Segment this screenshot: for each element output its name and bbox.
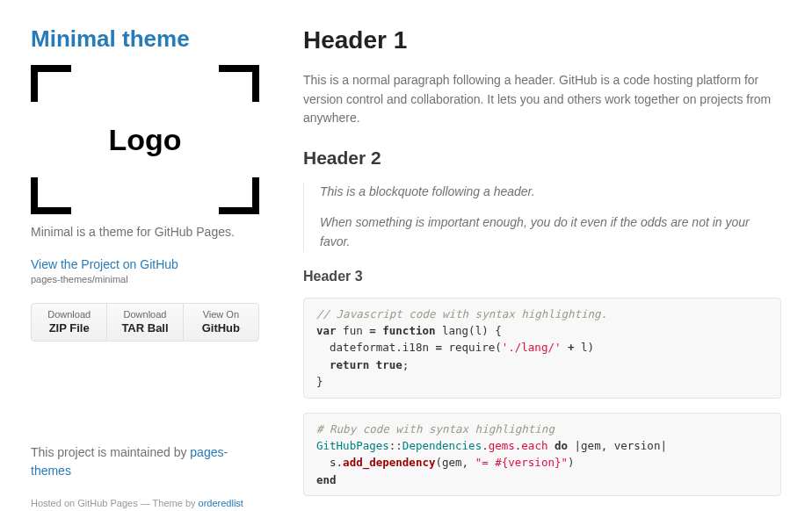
logo-corner-icon <box>31 65 71 102</box>
code-text: } <box>316 375 323 388</box>
code-text: :: <box>389 439 402 452</box>
code-text <box>316 358 330 371</box>
download-label-small: View On <box>203 309 239 320</box>
blockquote: This is a blockquote following a header.… <box>303 183 781 252</box>
code-text: lang(l) { <box>435 324 501 337</box>
code-keyword: var <box>316 324 337 337</box>
code-text: . <box>482 439 489 452</box>
sidebar: Minimal theme Logo Minimal is a theme fo… <box>31 22 286 510</box>
code-keyword: return <box>330 358 369 371</box>
header-3: Header 3 <box>303 266 781 287</box>
code-keyword: do <box>555 439 568 452</box>
site-title-link[interactable]: Minimal theme <box>31 25 190 52</box>
theme-author-link[interactable]: orderedlist <box>199 498 243 508</box>
header-1: Header 1 <box>303 22 781 59</box>
download-label-big: GitHub <box>187 321 255 335</box>
code-op: = <box>435 341 442 354</box>
code-string: "= #{version}" <box>475 456 568 469</box>
code-class: Dependencies <box>402 439 482 452</box>
blockquote-paragraph: This is a blockquote following a header. <box>320 183 781 202</box>
maintained-by: This project is maintained by pages-them… <box>31 443 250 480</box>
site-title: Minimal theme <box>31 22 250 56</box>
code-block-ruby: # Ruby code with syntax highlighting Git… <box>303 413 781 497</box>
code-keyword: end <box>316 473 337 486</box>
code-text <box>369 358 376 371</box>
repo-slug: pages-themes/minimal <box>31 272 250 287</box>
code-method: each <box>521 439 547 452</box>
code-string: './lang/' <box>502 341 562 354</box>
hosted-on: Hosted on GitHub Pages — Theme by ordere… <box>31 496 250 511</box>
download-label-big: ZIP File <box>35 321 103 335</box>
code-text: l) <box>575 341 595 354</box>
code-text: (gem, <box>435 456 475 469</box>
code-op: = <box>369 324 376 337</box>
code-block-js: // Javascript code with syntax highlight… <box>303 298 781 399</box>
logo-text: Logo <box>108 118 181 162</box>
view-on-github-button[interactable]: View On GitHub <box>184 304 258 342</box>
code-method: gems <box>489 439 515 452</box>
download-buttons: Download ZIP File Download TAR Ball View… <box>31 303 259 342</box>
maintained-prefix: This project is maintained by <box>31 445 190 459</box>
code-method: add_dependency <box>343 456 435 469</box>
code-keyword: function <box>376 324 436 337</box>
code-op: + <box>568 341 575 354</box>
code-comment: # Ruby code with syntax highlighting <box>316 422 555 435</box>
code-text <box>547 439 555 452</box>
logo-corner-icon <box>219 65 259 102</box>
download-label-small: Download <box>47 309 91 320</box>
code-text <box>561 341 568 354</box>
hosted-prefix: Hosted on GitHub Pages — Theme by <box>31 498 199 508</box>
code-text: dateformat.i18n <box>316 341 435 354</box>
site-tagline: Minimal is a theme for GitHub Pages. <box>31 223 250 241</box>
code-text: fun <box>337 324 370 337</box>
logo-image: Logo <box>31 65 259 214</box>
download-label-small: Download <box>124 309 167 320</box>
code-comment: // Javascript code with syntax highlight… <box>316 307 607 320</box>
code-class: GitHubPages <box>316 439 389 452</box>
main-content: Header 1 This is a normal paragraph foll… <box>286 22 781 510</box>
code-text: ) <box>568 456 575 469</box>
paragraph: This is a normal paragraph following a h… <box>303 71 781 128</box>
download-label-big: TAR Ball <box>111 321 178 335</box>
code-text: require( <box>442 341 502 354</box>
code-text: |gem, version| <box>568 439 667 452</box>
logo-corner-icon <box>219 177 259 214</box>
code-keyword: true <box>376 358 402 371</box>
code-text: ; <box>402 358 410 371</box>
blockquote-paragraph: When something is important enough, you … <box>320 213 781 251</box>
logo-corner-icon <box>31 177 71 214</box>
view-on-github-link[interactable]: View the Project on GitHub <box>31 257 178 271</box>
code-text: s. <box>316 456 343 469</box>
download-zip-button[interactable]: Download ZIP File <box>32 304 107 342</box>
header-2: Header 2 <box>303 144 781 172</box>
download-tar-button[interactable]: Download TAR Ball <box>107 304 183 342</box>
